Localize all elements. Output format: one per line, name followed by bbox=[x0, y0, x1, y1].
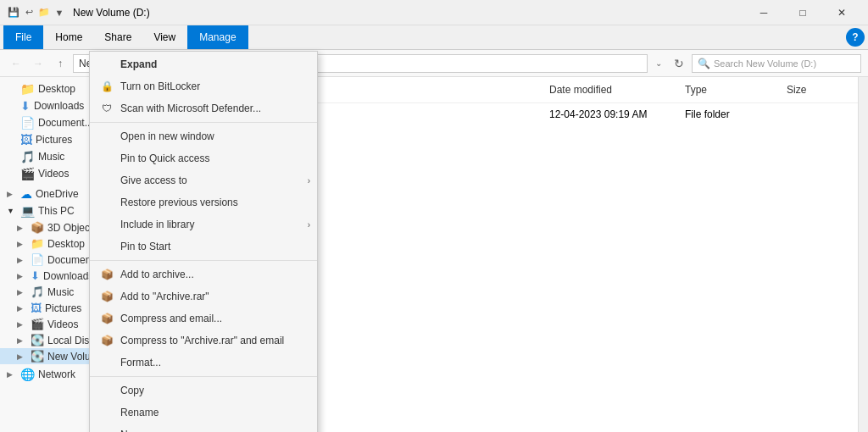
undo-icon: ↩ bbox=[22, 6, 36, 19]
newvolume-icon: 💽 bbox=[31, 350, 44, 363]
sidebar-label-documents: Document... bbox=[38, 117, 93, 129]
ctx-item-copy[interactable]: Copy bbox=[90, 379, 317, 402]
expand-arrow-desktop2: ▶ bbox=[17, 240, 27, 248]
tab-home[interactable]: Home bbox=[45, 25, 92, 49]
column-header-date[interactable]: Date modified bbox=[549, 80, 685, 99]
refresh-button[interactable]: ↻ bbox=[670, 54, 688, 73]
ctx-separator-3 bbox=[90, 376, 317, 377]
pin-start-icon bbox=[100, 240, 114, 253]
library-arrow-icon: › bbox=[308, 220, 310, 230]
desktop-folder-icon: 📁 bbox=[20, 82, 35, 96]
sidebar-label-music2: Music bbox=[47, 286, 74, 298]
ctx-item-expand[interactable]: Expand bbox=[90, 53, 317, 75]
sidebar-label-desktop: Desktop bbox=[38, 83, 75, 95]
tab-share[interactable]: Share bbox=[94, 25, 142, 49]
onedrive-icon: ☁ bbox=[20, 187, 32, 201]
column-header-size[interactable]: Size bbox=[787, 80, 854, 99]
tab-drive-tools[interactable]: Manage bbox=[187, 25, 248, 49]
ctx-separator-1 bbox=[90, 122, 317, 123]
sidebar-label-videos: Videos bbox=[38, 168, 69, 180]
ctx-item-restore-versions[interactable]: Restore previous versions bbox=[90, 191, 317, 213]
new-icon bbox=[100, 428, 114, 432]
ctx-item-pin-quick[interactable]: Pin to Quick access bbox=[90, 147, 317, 169]
sidebar-label-music: Music bbox=[38, 151, 64, 163]
archive-rar-icon: 📦 bbox=[100, 290, 114, 303]
address-dropdown-icon[interactable]: ⌄ bbox=[651, 54, 666, 73]
sidebar-label-downloads2: Downloads bbox=[43, 270, 93, 282]
sidebar-label-desktop2: Desktop bbox=[47, 238, 85, 250]
network-icon: 🌐 bbox=[20, 368, 35, 381]
sidebar-label-downloads: Downloads bbox=[34, 100, 84, 112]
sidebar-label-network: Network bbox=[38, 368, 75, 380]
rename-icon bbox=[100, 406, 114, 419]
ctx-item-give-access[interactable]: Give access to › bbox=[90, 169, 317, 191]
sidebar-label-pictures: Pictures bbox=[36, 134, 72, 146]
ctx-item-open-window[interactable]: Open in new window bbox=[90, 125, 317, 147]
folder-icon: 📁 bbox=[37, 6, 51, 19]
expand-arrow-thispc: ▼ bbox=[7, 207, 17, 215]
archive-icon: 📦 bbox=[100, 268, 114, 281]
ctx-item-pin-start[interactable]: Pin to Start bbox=[90, 235, 317, 258]
forward-button[interactable]: → bbox=[29, 54, 47, 73]
format-icon bbox=[100, 356, 114, 369]
tab-file[interactable]: File bbox=[3, 25, 43, 49]
content-scrollbar[interactable] bbox=[858, 77, 868, 432]
qat-dropdown-icon[interactable]: ▼ bbox=[53, 6, 66, 19]
column-header-type[interactable]: Type bbox=[685, 80, 787, 99]
up-button[interactable]: ↑ bbox=[51, 54, 70, 73]
ribbon-tab-bar: File Home Share View Manage ? bbox=[0, 25, 868, 49]
ctx-item-compress-email[interactable]: 📦 Compress and email... bbox=[90, 307, 317, 330]
back-button[interactable]: ← bbox=[7, 54, 25, 73]
expand-arrow-newvolume: ▶ bbox=[17, 352, 27, 361]
help-button[interactable]: ? bbox=[846, 28, 865, 47]
videos-folder-icon: 🎬 bbox=[20, 167, 35, 180]
thispc-icon: 💻 bbox=[20, 204, 35, 218]
expand-ctx-icon bbox=[100, 58, 114, 71]
downloads-folder-icon: ⬇ bbox=[20, 99, 31, 113]
expand-arrow-documents2: ▶ bbox=[17, 256, 27, 264]
sidebar-label-pictures2: Pictures bbox=[45, 302, 81, 314]
expand-arrow-onedrive: ▶ bbox=[7, 190, 17, 198]
context-menu: Expand 🔒 Turn on BitLocker 🛡 Scan with M… bbox=[89, 51, 318, 432]
sidebar-label-thispc: This PC bbox=[38, 205, 75, 217]
tab-view[interactable]: View bbox=[143, 25, 186, 49]
expand-arrow-videos2: ▶ bbox=[17, 320, 27, 329]
ctx-item-format[interactable]: Format... bbox=[90, 352, 317, 374]
restore-icon bbox=[100, 196, 114, 209]
videos2-icon: 🎬 bbox=[31, 318, 44, 330]
expand-arrow-music2: ▶ bbox=[17, 288, 27, 296]
minimize-button[interactable]: ─ bbox=[744, 0, 783, 25]
ctx-item-new[interactable]: New › bbox=[90, 424, 317, 432]
search-placeholder: Search New Volume (D:) bbox=[714, 58, 816, 69]
ctx-item-add-archive-rar[interactable]: 📦 Add to "Archive.rar" bbox=[90, 285, 317, 307]
ctx-item-defender[interactable]: 🛡 Scan with Microsoft Defender... bbox=[90, 97, 317, 119]
file-date-cell: 12-04-2023 09:19 AM bbox=[549, 108, 685, 120]
expand-arrow-localdisk: ▶ bbox=[17, 336, 27, 345]
3dobjects-icon: 📦 bbox=[31, 221, 44, 234]
library-icon bbox=[100, 218, 114, 231]
ctx-item-bitlocker[interactable]: 🔒 Turn on BitLocker bbox=[90, 75, 317, 97]
shield-icon: 🛡 bbox=[100, 102, 114, 115]
ctx-item-rename[interactable]: Rename bbox=[90, 402, 317, 424]
downloads2-icon: ⬇ bbox=[31, 269, 40, 282]
search-icon: 🔍 bbox=[698, 58, 710, 69]
file-type-cell: File folder bbox=[685, 108, 787, 120]
documents-folder-icon: 📄 bbox=[20, 116, 35, 130]
music2-icon: 🎵 bbox=[31, 285, 44, 298]
window-title: New Volume (D:) bbox=[66, 7, 744, 19]
localdisk-icon: 💽 bbox=[31, 334, 44, 346]
desktop2-icon: 📁 bbox=[31, 237, 44, 250]
ctx-item-add-archive[interactable]: 📦 Add to archive... bbox=[90, 263, 317, 285]
documents2-icon: 📄 bbox=[31, 253, 44, 266]
save-icon: 💾 bbox=[7, 6, 20, 19]
ctx-item-include-library[interactable]: Include in library › bbox=[90, 213, 317, 235]
ctx-item-compress-rar-email[interactable]: 📦 Compress to "Archive.rar" and email bbox=[90, 330, 317, 352]
open-window-icon bbox=[100, 130, 114, 143]
expand-arrow-pictures2: ▶ bbox=[17, 304, 27, 313]
close-button[interactable]: ✕ bbox=[822, 0, 861, 25]
window-controls: ─ □ ✕ bbox=[744, 0, 861, 25]
expand-arrow-downloads2: ▶ bbox=[17, 272, 27, 280]
pin-quick-icon bbox=[100, 152, 114, 165]
maximize-button[interactable]: □ bbox=[783, 0, 822, 25]
search-box[interactable]: 🔍 Search New Volume (D:) bbox=[692, 54, 861, 73]
